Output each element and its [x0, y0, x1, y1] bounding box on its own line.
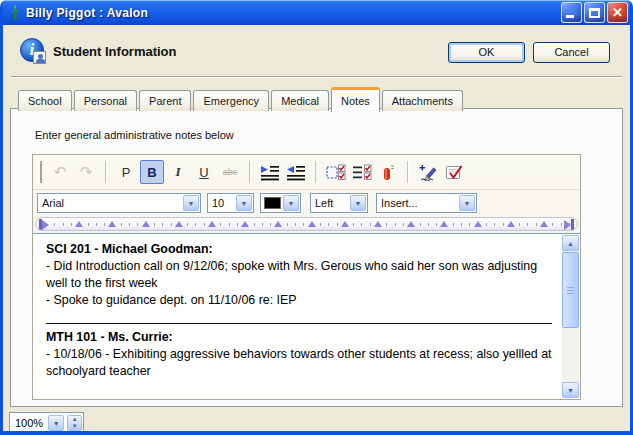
- minimize-icon: [566, 15, 574, 18]
- chevron-down-icon[interactable]: ▼: [350, 195, 366, 211]
- tab-school[interactable]: School: [18, 90, 72, 111]
- vertical-scrollbar[interactable]: ▲ ▼: [562, 235, 579, 398]
- tab-stop-marker[interactable]: [308, 221, 316, 227]
- ruler[interactable]: [33, 215, 580, 233]
- bold-button[interactable]: B: [140, 160, 164, 184]
- chevron-down-icon[interactable]: ▼: [183, 195, 199, 211]
- ruler-tick: [494, 223, 495, 226]
- tab-stop-marker[interactable]: [75, 221, 83, 227]
- ruler-tick: [395, 223, 396, 226]
- font-family-select[interactable]: Arial ▼: [37, 193, 201, 213]
- clipboard-check-icon: [444, 164, 464, 181]
- ruler-tick: [171, 223, 172, 226]
- tab-medical[interactable]: Medical: [271, 90, 329, 111]
- zoom-dropdown-icon[interactable]: ▼: [48, 415, 64, 431]
- minimize-button[interactable]: [561, 2, 582, 23]
- ruler-tick: [503, 223, 504, 226]
- ruler-tick: [328, 223, 329, 226]
- spinner-down-icon[interactable]: ▼: [72, 423, 78, 429]
- tab-attachments[interactable]: Attachments: [382, 90, 463, 111]
- ruler-tick: [486, 223, 487, 226]
- font-size-select[interactable]: 10 ▼: [207, 193, 254, 213]
- page-title: Student Information: [53, 44, 177, 59]
- add-note-button[interactable]: [416, 160, 440, 184]
- tab-stop-marker[interactable]: [241, 221, 249, 227]
- ok-button[interactable]: OK: [448, 42, 525, 63]
- notes-tab-panel: Enter general administrative notes below…: [10, 108, 623, 407]
- toolbar-grip[interactable]: [38, 161, 42, 183]
- ruler-tick: [337, 223, 338, 226]
- cancel-button[interactable]: Cancel: [533, 42, 610, 63]
- tab-stop-marker[interactable]: [341, 221, 349, 227]
- tab-personal[interactable]: Personal: [74, 90, 137, 111]
- tab-parent[interactable]: Parent: [139, 90, 191, 111]
- outdent-button[interactable]: [284, 160, 308, 184]
- tab-stop-marker[interactable]: [208, 221, 216, 227]
- ruler-tick: [262, 223, 263, 226]
- ruler-tick: [129, 223, 130, 226]
- alignment-select[interactable]: Left ▼: [310, 193, 368, 213]
- undo-button[interactable]: ↶: [48, 160, 72, 184]
- chevron-down-icon[interactable]: ▼: [236, 195, 252, 211]
- zoom-control[interactable]: 100% ▼ ▲ ▼: [9, 412, 84, 433]
- notes-instruction: Enter general administrative notes below: [35, 129, 234, 141]
- tab-stop-marker[interactable]: [507, 221, 515, 227]
- selection-checkboxes-icon: [326, 164, 346, 181]
- ruler-tick: [229, 223, 230, 226]
- person-badge-icon: [33, 51, 46, 64]
- chevron-down-icon[interactable]: ▼: [283, 195, 299, 211]
- select-fields-button[interactable]: [324, 160, 348, 184]
- strikethrough-button[interactable]: abc: [218, 160, 242, 184]
- tab-stop-marker[interactable]: [474, 221, 482, 227]
- tab-stop-marker[interactable]: [142, 221, 150, 227]
- note-heading: SCI 201 - Michael Goodman:: [46, 241, 554, 258]
- checklist-icon: [352, 164, 372, 181]
- redo-button[interactable]: ↷: [74, 160, 98, 184]
- scrollbar-thumb[interactable]: [562, 252, 579, 328]
- tab-stop-marker[interactable]: [374, 221, 382, 227]
- header-divider: [11, 76, 622, 78]
- maximize-button[interactable]: [584, 2, 605, 23]
- ruler-tick: [104, 223, 105, 226]
- required-field-button[interactable]: [376, 160, 400, 184]
- ruler-tick: [303, 223, 304, 226]
- plain-style-button[interactable]: P: [114, 160, 138, 184]
- scroll-up-button[interactable]: ▲: [562, 235, 579, 251]
- tab-strip: School Personal Parent Emergency Medical…: [18, 87, 465, 111]
- close-icon: ✕: [608, 3, 627, 22]
- tab-emergency[interactable]: Emergency: [193, 90, 269, 111]
- chevron-down-icon[interactable]: ▼: [459, 195, 475, 211]
- tab-notes[interactable]: Notes: [331, 87, 380, 112]
- tab-stop-marker[interactable]: [175, 221, 183, 227]
- insert-select[interactable]: Insert... ▼: [376, 193, 477, 213]
- underline-button[interactable]: U: [192, 160, 216, 184]
- font-toolbar: Arial ▼ 10 ▼ ▼ Left ▼: [33, 190, 580, 215]
- notes-document[interactable]: SCI 201 - Michael Goodman: - Did Introdu…: [33, 234, 562, 399]
- indent-button[interactable]: [258, 160, 282, 184]
- notes-text-area[interactable]: SCI 201 - Michael Goodman: - Did Introdu…: [33, 233, 580, 399]
- tab-stop-marker[interactable]: [274, 221, 282, 227]
- ruler-tick: [254, 223, 255, 226]
- tab-stop-marker[interactable]: [407, 221, 415, 227]
- italic-button[interactable]: I: [166, 160, 190, 184]
- titlebar: Billy Piggot : Avalon ✕: [0, 0, 633, 25]
- note-heading: MTH 101 - Ms. Currie:: [46, 329, 554, 346]
- spinner-up-icon[interactable]: ▲: [72, 416, 78, 422]
- ruler-tick: [569, 223, 570, 226]
- tab-stop-marker[interactable]: [440, 221, 448, 227]
- scroll-down-button[interactable]: ▼: [562, 382, 579, 398]
- tab-stop-marker[interactable]: [108, 221, 116, 227]
- approve-note-button[interactable]: [442, 160, 466, 184]
- ruler-tick: [195, 223, 196, 226]
- checklist-button[interactable]: [350, 160, 374, 184]
- zoom-spinner[interactable]: ▲ ▼: [67, 415, 82, 431]
- indent-icon: [260, 164, 280, 181]
- window-title: Billy Piggot : Avalon: [26, 6, 561, 20]
- tab-stop-marker[interactable]: [540, 221, 548, 227]
- note-line: - Did Introduction call on 9/12/06; spok…: [46, 258, 554, 292]
- outdent-icon: [286, 164, 306, 181]
- ruler-tick: [370, 223, 371, 226]
- font-color-select[interactable]: ▼: [260, 193, 301, 213]
- close-button[interactable]: ✕: [607, 2, 628, 23]
- ruler-tick: [453, 223, 454, 226]
